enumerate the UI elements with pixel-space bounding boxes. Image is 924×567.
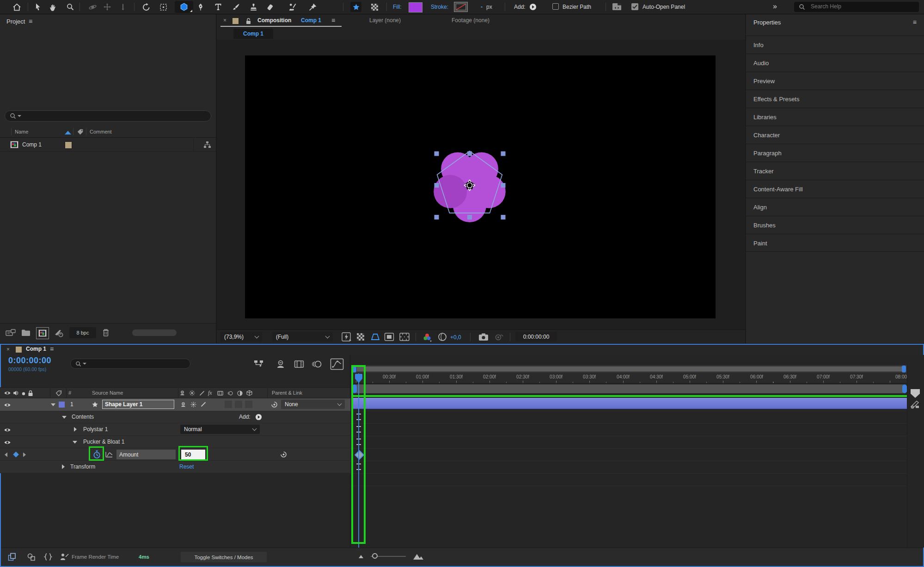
polystar-row[interactable]: Polystar 1 Normal <box>0 423 350 436</box>
panel-tab-paint[interactable]: Paint <box>746 234 924 252</box>
contents-label[interactable]: Contents <box>72 414 94 420</box>
contents-row[interactable]: Contents Add: <box>0 411 350 423</box>
pan-camera-tool[interactable] <box>102 2 113 12</box>
time-ruler[interactable]: 00:30f 01:00f 01:30f 02:00f 02:30f 03:00… <box>352 373 907 384</box>
motion-blur-column-icon[interactable] <box>227 390 233 396</box>
show-snapshot-icon[interactable] <box>494 333 504 341</box>
timeline-close-icon[interactable]: × <box>6 346 10 353</box>
layer-row-shape-layer-1[interactable]: 1 Shape Layer 1 None <box>0 398 350 411</box>
new-folder-icon[interactable] <box>21 329 31 337</box>
transform-row[interactable]: Transform Reset <box>0 461 350 473</box>
comp-label-swatch[interactable] <box>233 18 239 24</box>
pucker-twirl[interactable] <box>73 441 77 444</box>
panel-tab-character[interactable]: Character <box>746 126 924 144</box>
zoom-in-time-icon[interactable] <box>412 552 424 561</box>
panel-tab-content-aware-fill[interactable]: Content-Aware Fill <box>746 180 924 198</box>
dolly-camera-tool[interactable] <box>117 2 129 12</box>
puppet-pin-tool[interactable] <box>307 2 318 12</box>
switch-cell[interactable] <box>235 401 242 408</box>
layer-tab[interactable]: Layer (none) <box>369 17 401 24</box>
selection-tool[interactable] <box>32 2 43 12</box>
toggle-in-out-panes-icon[interactable] <box>43 552 53 561</box>
help-search-input[interactable] <box>810 3 913 10</box>
orbit-camera-tool[interactable] <box>87 2 98 12</box>
previous-keyframe-icon[interactable] <box>5 452 7 457</box>
amount-property-row[interactable]: Amount 50 <box>0 448 350 461</box>
stroke-width-value[interactable]: - <box>481 4 483 10</box>
stroke-color-swatch[interactable] <box>454 2 468 12</box>
shape-tool-active[interactable] <box>175 1 193 13</box>
layer-label-swatch[interactable] <box>59 402 65 408</box>
graph-toggle-icon[interactable] <box>105 451 113 457</box>
brush-tool[interactable] <box>230 2 241 12</box>
motion-blur-icon[interactable] <box>312 360 323 369</box>
stroke-label[interactable]: Stroke: <box>431 4 448 10</box>
frame-blending-icon[interactable] <box>294 360 304 369</box>
tool-creates-shape-toggle[interactable] <box>350 2 361 12</box>
panel-tab-paragraph[interactable]: Paragraph <box>746 144 924 162</box>
bezier-path-checkbox[interactable] <box>552 3 559 10</box>
property-pickwhip-icon[interactable] <box>280 451 287 458</box>
layer-collapse-switch[interactable] <box>190 402 196 408</box>
panel-tab-libraries[interactable]: Libraries <box>746 108 924 126</box>
toolbar-overflow-icon[interactable]: » <box>773 2 777 11</box>
eye-icon[interactable] <box>4 427 11 433</box>
properties-panel-menu-icon[interactable]: ≡ <box>913 18 917 26</box>
exposure-value[interactable]: +0,0 <box>450 334 461 341</box>
panel-tab-tracker[interactable]: Tracker <box>746 162 924 180</box>
adjustment-layer-column-icon[interactable] <box>237 390 243 396</box>
comp-mini-flowchart-icon[interactable] <box>253 360 264 369</box>
channel-views-icon[interactable] <box>422 332 432 342</box>
comp-marker-bin-icon[interactable] <box>910 388 921 398</box>
work-area-end-handle[interactable] <box>902 366 906 372</box>
new-composition-button[interactable] <box>36 327 49 339</box>
layer-quality-switch[interactable] <box>201 402 206 407</box>
transform-twirl[interactable] <box>62 464 65 469</box>
delete-icon[interactable] <box>102 328 110 337</box>
panel-tab-preview[interactable]: Preview <box>746 72 924 90</box>
layer-shy-switch[interactable] <box>180 402 186 408</box>
comp-frame[interactable] <box>245 55 716 318</box>
flower-shape-selected[interactable] <box>426 144 514 227</box>
footage-tab[interactable]: Footage (none) <box>452 17 490 24</box>
resolution-dropdown[interactable]: (Full) <box>272 332 333 342</box>
transform-label[interactable]: Transform <box>70 463 95 470</box>
clone-stamp-tool[interactable] <box>248 2 259 12</box>
timeline-zoom-handle[interactable] <box>372 553 378 559</box>
add-play-icon[interactable] <box>529 3 537 11</box>
comp-timecode-box[interactable]: 0:00:00:00 <box>515 332 557 342</box>
close-tab-icon[interactable]: × <box>223 17 226 24</box>
magnification-dropdown[interactable]: (73,9%) <box>220 332 262 342</box>
panel-tab-align[interactable]: Align <box>746 198 924 216</box>
layer-duration-bar[interactable] <box>352 398 907 409</box>
help-search-box[interactable] <box>794 2 919 12</box>
polystar-twirl[interactable] <box>74 427 77 432</box>
rotation-tool[interactable] <box>141 2 152 12</box>
switch-cell[interactable] <box>245 401 252 408</box>
type-tool[interactable] <box>213 2 224 12</box>
panel-tab-audio[interactable]: Audio <box>746 54 924 72</box>
amount-property-name[interactable]: Amount <box>116 450 176 459</box>
toggle-layer-switches-icon[interactable] <box>7 552 17 561</box>
region-of-interest-icon[interactable] <box>384 332 394 341</box>
eye-icon[interactable] <box>4 440 11 445</box>
composition-tab-label[interactable]: Composition <box>257 17 291 24</box>
layer-number-column[interactable]: # <box>68 390 71 396</box>
frame-blend-column-icon[interactable] <box>217 390 223 396</box>
comp-viewer-subtab[interactable]: Comp 1 <box>233 29 273 39</box>
toggle-switches-modes-button[interactable]: Toggle Switches / Modes <box>181 552 267 562</box>
next-keyframe-icon[interactable] <box>23 452 26 457</box>
eraser-tool[interactable] <box>264 2 275 12</box>
pen-tool[interactable] <box>195 2 206 12</box>
panel-toggle-icon[interactable] <box>612 2 622 11</box>
composition-panel-menu-icon[interactable]: ≡ <box>331 17 335 24</box>
effects-column-icon[interactable]: fx <box>208 390 212 396</box>
solo-column-icon[interactable] <box>22 392 25 396</box>
horizontal-scrollbar[interactable] <box>132 329 177 336</box>
media-replace-icon[interactable] <box>54 329 64 338</box>
label-column-icon[interactable] <box>55 390 62 396</box>
video-column-icon[interactable] <box>4 390 11 396</box>
sort-ascending-icon[interactable] <box>65 131 71 134</box>
timeline-search-box[interactable] <box>70 359 190 369</box>
navigator-end-handle[interactable] <box>902 384 907 393</box>
